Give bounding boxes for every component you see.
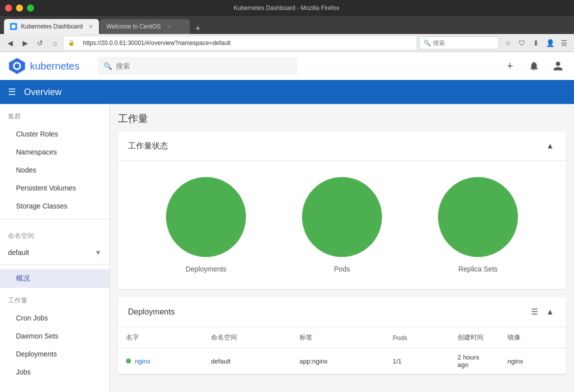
- sidebar-item-persistent-volumes[interactable]: Persistent Volumes: [0, 179, 110, 197]
- row-labels: app:nginx: [292, 348, 384, 374]
- deployment-name-link[interactable]: nginx: [135, 358, 150, 365]
- col-name: 名字: [118, 327, 203, 348]
- menu-button[interactable]: ☰: [558, 37, 570, 49]
- workload-section-title: 工作量: [0, 288, 110, 309]
- sidebar-item-daemon-sets[interactable]: Daemon Sets: [0, 327, 110, 345]
- sidebar-divider-1: [0, 219, 110, 220]
- deployments-table-wrapper: 名字 命名空间 标签 Pods 创建时间 镜像: [118, 327, 566, 374]
- deployments-card: Deployments ☰ ▲ 名字 命名空间 标签 Pods: [118, 297, 566, 374]
- sidebar-item-namespaces[interactable]: Namespaces: [0, 143, 110, 161]
- row-namespace: default: [203, 348, 292, 374]
- home-button[interactable]: ⌂: [49, 37, 61, 49]
- header-search-icon: 🔍: [104, 62, 112, 70]
- sync-button[interactable]: 👤: [544, 37, 556, 49]
- deployments-filter-button[interactable]: ☰: [529, 305, 540, 318]
- row-created: 2 hours ago: [450, 348, 500, 374]
- table-row: nginx default app:nginx 1/1 2 hours ago …: [118, 348, 566, 374]
- pods-workload-item: Pods: [302, 177, 382, 273]
- row-name: nginx: [118, 348, 203, 374]
- workload-status-card: 工作量状态 ▲ Deployments Pods: [118, 132, 566, 289]
- app-header: kubernetes 🔍 +: [0, 52, 574, 80]
- cluster-section-title: 集群: [0, 104, 110, 125]
- workload-status-title: 工作量状态: [128, 141, 168, 152]
- deployments-table-body: nginx default app:nginx 1/1 2 hours ago …: [118, 348, 566, 374]
- content-area: 集群 Cluster Roles Namespaces Nodes Persis…: [0, 104, 574, 392]
- shield-button[interactable]: 🛡: [516, 37, 528, 49]
- address-input[interactable]: [78, 36, 412, 50]
- pods-circle: [302, 177, 382, 257]
- sidebar: 集群 Cluster Roles Namespaces Nodes Persis…: [0, 104, 110, 392]
- k8s-favicon: [10, 23, 17, 30]
- address-bar: ◀ ▶ ↺ ⌂ 🔒 🔍 ☆ 🛡 ⬇ 👤 ☰: [0, 34, 574, 52]
- sidebar-item-nodes[interactable]: Nodes: [0, 161, 110, 179]
- deployments-table: 名字 命名空间 标签 Pods 创建时间 镜像: [118, 327, 566, 374]
- namespace-dropdown-icon[interactable]: ▼: [94, 248, 102, 256]
- sidebar-item-storage-classes[interactable]: Storage Classes: [0, 197, 110, 215]
- deployments-collapse-button[interactable]: ▲: [544, 306, 556, 318]
- notifications-button[interactable]: [526, 58, 542, 74]
- workload-circles: Deployments Pods Replica Sets: [118, 161, 566, 289]
- page-bar: ☰ Overview: [0, 80, 574, 104]
- forward-button[interactable]: ▶: [19, 37, 31, 49]
- svg-point-3: [14, 64, 20, 68]
- tab-kubernetes[interactable]: Kubernetes Dashboard ✕: [4, 19, 99, 34]
- browser-action-buttons: ☆ 🛡 ⬇ 👤 ☰: [502, 37, 570, 49]
- deployments-workload-item: Deployments: [166, 177, 246, 273]
- namespace-selector[interactable]: default ▼: [0, 244, 110, 260]
- user-account-button[interactable]: [550, 58, 566, 74]
- row-image: nginx: [500, 348, 566, 374]
- secure-icon: 🔒: [68, 40, 75, 46]
- sidebar-item-overview[interactable]: 概况: [0, 269, 110, 288]
- namespace-section-title: 命名空间: [0, 224, 110, 244]
- add-resource-button[interactable]: +: [502, 58, 518, 74]
- deployments-circle: [166, 177, 246, 257]
- header-actions: +: [502, 58, 566, 74]
- sidebar-divider-2: [0, 264, 110, 265]
- pods-label: Pods: [334, 265, 350, 273]
- col-namespace: 命名空间: [203, 327, 292, 348]
- tab-k8s-label: Kubernetes Dashboard: [21, 23, 82, 30]
- sidebar-toggle-button[interactable]: ☰: [8, 86, 16, 98]
- refresh-button[interactable]: ↺: [34, 37, 46, 49]
- k8s-logo-icon: [8, 57, 26, 75]
- deployments-label: Deployments: [186, 265, 226, 273]
- deployments-title: Deployments: [128, 308, 174, 316]
- page-title: Overview: [24, 87, 62, 98]
- deployments-card-header: Deployments ☰ ▲: [118, 297, 566, 327]
- sidebar-item-cron-jobs[interactable]: Cron Jobs: [0, 309, 110, 327]
- status-dot: [126, 358, 131, 364]
- col-pods: Pods: [384, 327, 450, 348]
- back-button[interactable]: ◀: [4, 37, 16, 49]
- browser-search-input[interactable]: [433, 40, 494, 46]
- main-content: 工作量 工作量状态 ▲ Deployments Pods: [110, 104, 574, 392]
- download-button[interactable]: ⬇: [530, 37, 542, 49]
- row-pods: 1/1: [384, 348, 450, 374]
- tab-centos-close[interactable]: ✕: [167, 24, 172, 30]
- replica-sets-label: Replica Sets: [458, 265, 498, 273]
- header-search-input[interactable]: [116, 62, 292, 70]
- new-tab-button[interactable]: +: [191, 24, 204, 34]
- workload-status-header-actions: ▲: [544, 140, 556, 152]
- tab-centos-label: Welcome to CentOS: [106, 23, 160, 30]
- sidebar-item-deployments[interactable]: Deployments: [0, 345, 110, 363]
- namespace-value: default: [8, 248, 29, 256]
- workload-status-card-header: 工作量状态 ▲: [118, 132, 566, 161]
- replica-sets-workload-item: Replica Sets: [438, 177, 518, 273]
- sidebar-item-jobs[interactable]: Jobs: [0, 363, 110, 381]
- col-created: 创建时间: [450, 327, 500, 348]
- browser-search-icon: 🔍: [424, 40, 431, 46]
- k8s-logo: kubernetes: [8, 57, 80, 75]
- tab-k8s-close[interactable]: ✕: [88, 24, 93, 30]
- sidebar-item-cluster-roles[interactable]: Cluster Roles: [0, 125, 110, 143]
- deployments-table-head: 名字 命名空间 标签 Pods 创建时间 镜像: [118, 327, 566, 348]
- tab-centos[interactable]: Welcome to CentOS ✕: [100, 19, 190, 34]
- replica-sets-circle: [438, 177, 518, 257]
- deployments-header-actions: ☰ ▲: [529, 305, 556, 318]
- workload-status-collapse-button[interactable]: ▲: [544, 140, 556, 152]
- svg-point-0: [12, 24, 16, 28]
- col-image: 镜像: [500, 327, 566, 348]
- bookmark-button[interactable]: ☆: [502, 37, 514, 49]
- header-search-bar[interactable]: 🔍: [98, 57, 298, 75]
- workload-section-title: 工作量: [118, 112, 566, 126]
- tabs-bar: Kubernetes Dashboard ✕ Welcome to CentOS…: [0, 16, 574, 34]
